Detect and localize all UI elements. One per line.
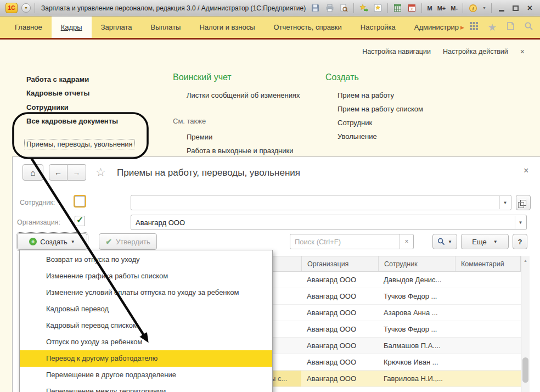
organization-filter-checkbox[interactable]: ✓	[75, 216, 85, 226]
tab-nalogi[interactable]: Налоги и взносы	[190, 16, 264, 38]
calculator-icon[interactable]	[393, 3, 402, 13]
table-header: Организация Сотрудник Комментарий	[265, 256, 521, 272]
menu-item[interactable]: Кадровый перевод	[20, 301, 272, 317]
system-menu-button[interactable]: ▼	[21, 3, 31, 13]
back-arrow-icon: ←	[54, 168, 62, 177]
nav-item-sotrudnik[interactable]: Сотрудник	[338, 119, 372, 127]
tab-nastroika[interactable]: Настройка	[351, 16, 405, 38]
scrollbar-thumb[interactable]	[522, 357, 528, 383]
employee-filter-checkbox[interactable]	[75, 196, 85, 206]
more-button[interactable]: Еще ▼	[461, 234, 509, 249]
tab-otchetnost[interactable]: Отчетность, справки	[265, 16, 351, 38]
back-button[interactable]: ←	[49, 164, 68, 181]
calendar-icon[interactable]: 31	[407, 3, 417, 13]
tab-vyplaty[interactable]: Выплаты	[142, 16, 190, 38]
save-icon[interactable]	[311, 3, 320, 13]
memory-button[interactable]: M	[427, 5, 432, 12]
memory-plus-button[interactable]: M+	[437, 5, 446, 12]
chevron-down-icon: ▼	[448, 239, 452, 244]
panel-close-icon[interactable]: ×	[520, 48, 525, 55]
organization-filter-combo[interactable]: Авангард ООО ▼	[131, 215, 527, 230]
global-search-icon[interactable]	[524, 21, 533, 33]
employee-choose-button[interactable]	[516, 195, 531, 210]
table-row[interactable]: Авангард ООО Азарова Анна ...	[265, 305, 521, 321]
nav-item-kadrovye-otchety[interactable]: Кадровые отчеты	[26, 89, 89, 97]
service-menu-icon[interactable]	[469, 21, 479, 33]
close-window-button[interactable]: ×	[525, 3, 535, 13]
forward-button[interactable]: →	[68, 164, 86, 181]
menu-item[interactable]: Возврат из отпуска по уходу	[20, 251, 272, 268]
nav-item-vse-kadrovye-dokumenty[interactable]: Все кадровые документы	[26, 117, 118, 125]
tab-overflow-icon[interactable]: ▶	[460, 25, 464, 30]
create-button[interactable]: + Создать ▼	[17, 233, 87, 250]
menu-item-highlighted[interactable]: Перевод к другому работодателю	[20, 350, 272, 367]
menu-item[interactable]: Отпуск по уходу за ребенком	[20, 334, 272, 350]
nav-item-premii[interactable]: Премии	[187, 133, 212, 141]
choose-from-list-icon	[520, 200, 526, 206]
favorite-star-icon[interactable]: ☆	[95, 166, 106, 179]
nav-item-rabota-s-kadrami[interactable]: Работа с кадрами	[26, 75, 89, 83]
chevron-down-icon[interactable]: ▼	[515, 216, 526, 229]
table-row[interactable]: Авангард ООО Крючков Иван ...	[265, 354, 521, 371]
chevron-down-icon: ▼	[493, 239, 498, 244]
scroll-up-icon[interactable]: ▲	[524, 259, 527, 262]
maximize-button[interactable]	[511, 3, 520, 13]
menu-item[interactable]: Кадровый перевод списком	[20, 317, 272, 334]
column-header-organization[interactable]: Организация	[302, 256, 379, 271]
nav-item-priem-na-rabotu-spiskom[interactable]: Прием на работу списком	[338, 105, 423, 113]
favorites-icon[interactable]	[373, 3, 383, 13]
menu-item[interactable]: Изменение условий оплаты отпуска по уход…	[20, 284, 272, 301]
magnifier-icon	[437, 238, 445, 245]
help-button[interactable]: ?	[513, 234, 527, 249]
print-icon[interactable]	[325, 3, 334, 13]
nav-item-listki-soobscheniy[interactable]: Листки сообщений об изменениях	[187, 91, 300, 99]
column-header-employee[interactable]: Сотрудник	[379, 256, 455, 271]
employee-filter-label: Сотрудник:	[20, 199, 55, 206]
employee-filter-combo[interactable]: ▼	[131, 195, 511, 210]
info-icon[interactable]: i	[468, 3, 477, 13]
table-row[interactable]: Авангард ООО Тучков Федор ...	[265, 321, 521, 338]
chevron-down-icon[interactable]: ▼	[499, 196, 510, 209]
actions-settings-link[interactable]: Настройка действий	[443, 48, 508, 55]
check-icon: ✔	[105, 237, 112, 246]
menu-item[interactable]: Перемещение между территориями	[20, 383, 272, 392]
vertical-scrollbar[interactable]: ▲	[521, 256, 530, 392]
nav-item-uvolnenie[interactable]: Увольнение	[338, 132, 377, 141]
nav-item-priemy-perevody-uvolneniya[interactable]: Приемы, переводы, увольнения	[24, 139, 135, 149]
print-preview-icon[interactable]	[339, 3, 348, 13]
tab-kadry[interactable]: Кадры	[52, 16, 92, 38]
column-header-comment[interactable]: Комментарий	[455, 256, 520, 271]
tab-zarplata[interactable]: Зарплата	[92, 16, 142, 38]
add-favorite-icon[interactable]	[359, 3, 368, 13]
1c-logo: 1С	[5, 3, 18, 13]
approve-button[interactable]: ✔ Утвердить	[99, 233, 157, 250]
tab-glavnoe[interactable]: Главное	[5, 16, 52, 38]
search-options-button[interactable]: ▼	[432, 234, 457, 249]
organization-filter-label: Организация:	[17, 219, 60, 226]
tabbar-tools: ★	[469, 16, 533, 38]
navigation-settings-link[interactable]: Настройка навигации	[362, 48, 431, 55]
search-input[interactable]	[290, 234, 400, 249]
minimize-button[interactable]	[497, 3, 506, 13]
tab-administrirovanie[interactable]: Администрир ▶	[405, 16, 466, 38]
window-close-icon[interactable]: ×	[524, 166, 528, 176]
favorites-star-icon[interactable]: ★	[488, 21, 497, 33]
table-row[interactable]: Авангард ООО Балмашов П.А....	[265, 338, 521, 354]
table-row[interactable]: Авангард ООО Давыдов Денис...	[265, 272, 521, 288]
table-row-selected[interactable]: ы с... Авангард ООО Гаврилова Н.И.,...	[265, 371, 521, 387]
nav-item-priem-na-rabotu[interactable]: Прием на работу	[338, 91, 394, 99]
history-icon[interactable]	[506, 21, 515, 33]
forward-arrow-icon: →	[73, 168, 81, 177]
menu-item[interactable]: Изменение графика работы списком	[20, 268, 272, 284]
table-row[interactable]: Авангард ООО Тучков Федор ...	[265, 288, 521, 305]
memory-minus-button[interactable]: M-	[451, 5, 458, 12]
nav-item-sotrudniki[interactable]: Сотрудники	[26, 103, 69, 111]
menu-item[interactable]: Перемещение в другое подразделение	[20, 367, 272, 383]
panel-settings-links: Настройка навигации Настройка действий ×	[362, 48, 525, 55]
nav-item-rabota-v-vyhodnye[interactable]: Работа в выходные и праздники	[187, 147, 293, 155]
home-button[interactable]: ⌂	[22, 164, 43, 181]
info-dropdown-arrow[interactable]: ▼	[482, 6, 486, 10]
titlebar: 1С ▼ Зарплата и управление персоналом, р…	[0, 0, 540, 16]
divider	[35, 3, 35, 13]
search-clear-icon[interactable]: ×	[400, 234, 413, 249]
